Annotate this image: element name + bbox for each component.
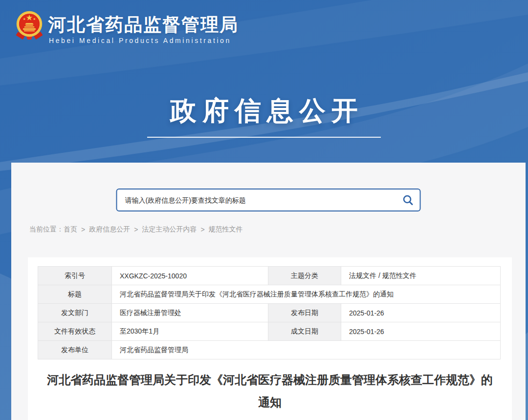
breadcrumb-separator: > — [200, 226, 204, 233]
meta-label-issuing-dept: 发文部门 — [38, 304, 112, 322]
breadcrumb-item-statutory-content[interactable]: 法定主动公开内容 — [142, 225, 197, 234]
meta-value-issuing-dept: 医疗器械注册管理处 — [112, 304, 268, 322]
search-icon — [402, 194, 415, 207]
table-row: 标题 河北省药品监督管理局关于印发《河北省医疗器械注册质量管理体系核查工作规范》… — [38, 285, 501, 304]
meta-label-validity: 文件有效状态 — [38, 322, 112, 341]
table-row: 索引号 XXGKZC-2025-10020 主题分类 法规文件 / 规范性文件 — [38, 267, 501, 285]
content-card: 当前位置： 首页 > 政府信息公开 > 法定主动公开内容 > 规范性文件 索引号… — [11, 163, 526, 420]
breadcrumb-item-normative-docs[interactable]: 规范性文件 — [209, 225, 243, 234]
page-root: 河北省药品监督管理局 Hebei Medical Products Admini… — [0, 0, 528, 420]
breadcrumb-prefix: 当前位置： — [29, 225, 64, 234]
meta-label-index-no: 索引号 — [38, 267, 112, 285]
meta-value-publisher: 河北省药品监督管理局 — [112, 341, 501, 359]
search-box — [116, 189, 421, 211]
search-input[interactable] — [117, 189, 396, 210]
page-title: 政府信息公开 — [0, 93, 528, 129]
meta-label-publisher: 发布单位 — [38, 341, 112, 359]
table-row: 文件有效状态 至2030年1月 成文日期 2025-01-26 — [38, 322, 501, 341]
org-name-zh: 河北省药品监督管理局 — [48, 13, 239, 37]
meta-value-written-date: 2025-01-26 — [341, 322, 501, 341]
meta-label-written-date: 成文日期 — [268, 322, 341, 341]
breadcrumb: 当前位置： 首页 > 政府信息公开 > 法定主动公开内容 > 规范性文件 — [29, 225, 243, 234]
banner-underline — [147, 137, 381, 138]
breadcrumb-separator: > — [81, 226, 85, 233]
breadcrumb-item-home[interactable]: 首页 — [64, 225, 77, 234]
article-title: 河北省药品监督管理局关于印发《河北省医疗器械注册质量管理体系核查工作规范》的通知 — [43, 369, 497, 413]
meta-value-title: 河北省药品监督管理局关于印发《河北省医疗器械注册质量管理体系核查工作规范》的通知 — [112, 285, 501, 304]
document-panel: 索引号 XXGKZC-2025-10020 主题分类 法规文件 / 规范性文件 … — [28, 257, 512, 420]
search-button[interactable] — [396, 189, 420, 210]
meta-value-category: 法规文件 / 规范性文件 — [341, 267, 501, 285]
site-header: 河北省药品监督管理局 Hebei Medical Products Admini… — [0, 0, 528, 56]
meta-label-category: 主题分类 — [268, 267, 341, 285]
meta-label-title: 标题 — [38, 285, 112, 304]
org-name-en: Hebei Medical Products Administration — [49, 37, 231, 44]
document-meta-table: 索引号 XXGKZC-2025-10020 主题分类 法规文件 / 规范性文件 … — [38, 266, 501, 359]
breadcrumb-separator: > — [134, 226, 138, 233]
breadcrumb-item-info-disclosure[interactable]: 政府信息公开 — [89, 225, 130, 234]
table-row: 发文部门 医疗器械注册管理处 发布日期 2025-01-26 — [38, 304, 501, 322]
meta-label-publish-date: 发布日期 — [268, 304, 341, 322]
table-row: 发布单位 河北省药品监督管理局 — [38, 341, 501, 359]
national-emblem-logo — [14, 9, 45, 41]
meta-value-index-no: XXGKZC-2025-10020 — [112, 267, 268, 285]
meta-value-validity: 至2030年1月 — [112, 322, 268, 341]
meta-value-publish-date: 2025-01-26 — [341, 304, 501, 322]
